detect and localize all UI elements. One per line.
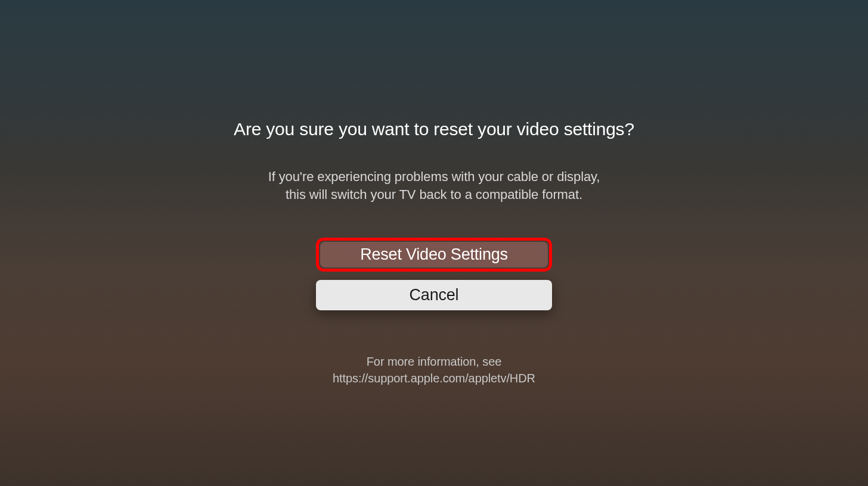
reset-video-settings-button[interactable]: Reset Video Settings [320, 242, 548, 267]
footer-line-1: For more information, see [367, 355, 501, 368]
dialog-description: If you're experiencing problems with you… [268, 168, 600, 203]
dialog-title: Are you sure you want to reset your vide… [234, 119, 634, 139]
description-line-2: this will switch your TV back to a compa… [286, 187, 582, 202]
dialog-buttons: Reset Video Settings Cancel [316, 238, 552, 310]
cancel-button[interactable]: Cancel [316, 280, 552, 310]
footer-line-2: https://support.apple.com/appletv/HDR [333, 372, 535, 385]
description-line-1: If you're experiencing problems with you… [268, 169, 600, 184]
dialog-footer: For more information, see https://suppor… [333, 353, 535, 387]
reset-button-highlight: Reset Video Settings [316, 238, 552, 272]
reset-video-settings-dialog: Are you sure you want to reset your vide… [0, 0, 868, 486]
